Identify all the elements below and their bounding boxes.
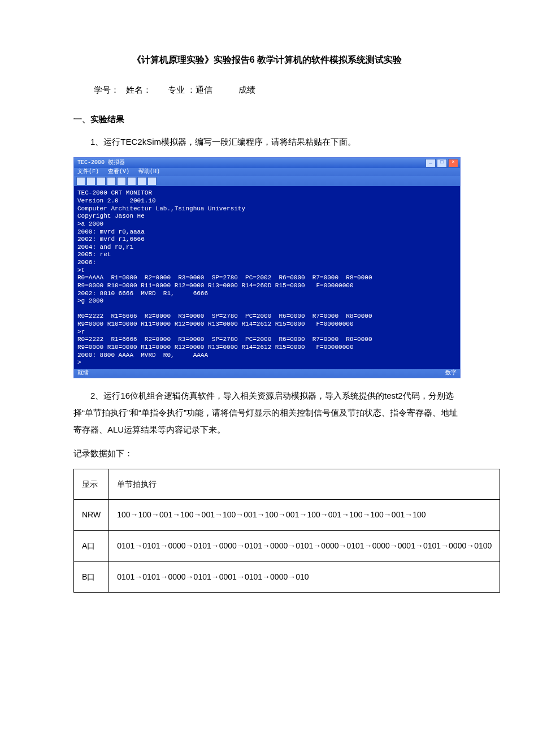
cell-B-value: 0101→0101→0000→0101→0001→0101→0000→010 [109,561,500,593]
table-header-row: 显示 单节拍执行 [74,469,500,500]
status-left: 就绪 [77,370,89,377]
student-name-label: 姓名： [126,85,151,94]
table-row: A口 0101→0101→0000→0101→0000→0101→0000→01… [74,530,500,561]
toolbar-button-2[interactable] [86,177,95,185]
table-row: NRW 100→100→001→100→001→100→001→100→001→… [74,500,500,531]
cell-A-label: A口 [74,530,109,561]
report-title: 《计算机原理实验》实验报告6 教学计算机的软件模拟系统测试实验 [73,51,461,69]
document-page: 《计算机原理实验》实验报告6 教学计算机的软件模拟系统测试实验 学号： 姓名： … [0,0,534,627]
toolbar-button-7[interactable] [137,177,146,185]
major-label: 专业 ：通信 [168,85,212,94]
terminal-output: TEC-2000 CRT MONITOR Version 2.0 2001.10… [74,186,460,369]
tec2ksim-window: TEC-2000 模拟器 _ □ × 文件(F) 查看(V) 帮助(H) TEC… [73,157,461,378]
menu-help[interactable]: 帮助(H) [138,169,160,175]
menu-bar: 文件(F) 查看(V) 帮助(H) [74,168,460,176]
menu-file[interactable]: 文件(F) [77,169,99,175]
paragraph-3: 记录数据如下： [73,445,461,462]
table-row: B口 0101→0101→0000→0101→0001→0101→0000→01… [74,561,500,593]
student-info: 学号： 姓名： 专业 ：通信 成绩 [94,81,461,98]
toolbar-button-3[interactable] [97,177,106,185]
close-button[interactable]: × [448,159,458,167]
toolbar-button-1[interactable] [76,177,85,185]
toolbar-button-5[interactable] [117,177,126,185]
window-control-buttons: _ □ × [426,159,458,167]
toolbar-button-8[interactable] [147,177,157,185]
status-bar: 就绪 数字 [74,369,460,378]
paragraph-2: 2、运行16位机组合逻辑仿真软件，导入相关资源启动模拟器，导入系统提供的test… [73,387,461,438]
cell-NRW-label: NRW [74,500,109,531]
cell-B-label: B口 [74,561,109,593]
maximize-button[interactable]: □ [437,159,447,167]
toolbar-button-4[interactable] [107,177,116,185]
col-header-display: 显示 [74,469,109,500]
toolbar [74,176,460,186]
toolbar-button-6[interactable] [127,177,136,185]
window-title: TEC-2000 模拟器 [77,159,125,166]
window-titlebar: TEC-2000 模拟器 _ □ × [74,158,460,168]
menu-view[interactable]: 查看(V) [108,169,129,175]
signal-table: 显示 单节拍执行 NRW 100→100→001→100→001→100→001… [73,469,500,593]
cell-A-value: 0101→0101→0000→0101→0000→0101→0000→0101→… [109,530,500,561]
score-label: 成绩 [238,85,255,94]
student-id-label: 学号： [94,85,119,94]
paragraph-1: 1、运行TEC2kSim模拟器，编写一段汇编程序，请将结果粘贴在下面。 [73,133,461,150]
status-right: 数字 [445,370,457,377]
section-1-heading: 一、实验结果 [73,111,461,128]
cell-NRW-value: 100→100→001→100→001→100→001→100→001→100→… [109,500,500,531]
col-header-single-cycle: 单节拍执行 [109,469,500,500]
minimize-button[interactable]: _ [426,159,436,167]
